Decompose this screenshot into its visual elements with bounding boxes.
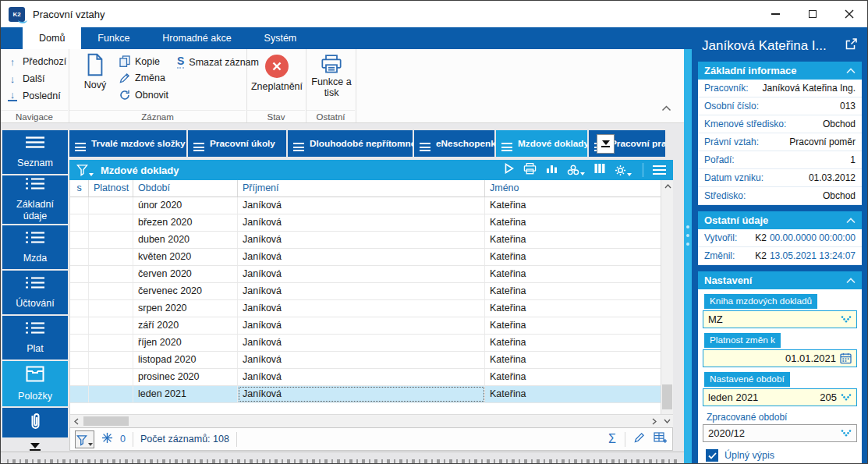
cell-obdobi[interactable]: únor 2020 [133, 197, 238, 214]
table-row[interactable]: leden 2021 Janíková Kateřina [70, 386, 673, 403]
freeze-button[interactable] [101, 432, 113, 447]
sidebar-item-zakladni-udaje[interactable]: Základní údaje [2, 175, 68, 224]
cell-s[interactable] [70, 335, 89, 351]
horizontal-scrollbar[interactable] [69, 414, 673, 427]
sum-button[interactable]: Σ [608, 433, 616, 445]
cell-prijmeni[interactable]: Janíková [238, 266, 485, 282]
column-header-jmeno[interactable]: Jméno [485, 180, 661, 197]
cell-s[interactable] [70, 197, 89, 214]
cell-obdobi[interactable]: březen 2020 [133, 214, 238, 231]
table-row[interactable]: prosinec 2020 Janíková Kateřina [70, 369, 673, 386]
vertical-scroll-thumb[interactable] [662, 384, 672, 409]
functions-print-button[interactable]: Funkce a tisk [308, 54, 355, 99]
cell-platnost[interactable] [89, 300, 133, 317]
maximize-button[interactable] [794, 1, 831, 27]
cell-obdobi[interactable]: červen 2020 [133, 266, 238, 282]
cell-platnost[interactable] [89, 283, 133, 299]
other-info-header[interactable]: Ostatní údaje [698, 211, 862, 229]
table-row[interactable]: květen 2020 Janíková Kateřina [70, 249, 673, 266]
chart-button[interactable] [546, 163, 558, 177]
cell-platnost[interactable] [89, 266, 133, 282]
cell-jmeno[interactable]: Kateřina [485, 352, 661, 368]
cell-obdobi[interactable]: duben 2020 [133, 232, 238, 248]
cell-prijmeni[interactable]: Janíková [238, 197, 485, 214]
add-table-button[interactable] [654, 432, 668, 447]
cell-s[interactable] [70, 249, 89, 265]
columns-button[interactable] [594, 163, 605, 177]
ribbon-tab-system[interactable]: Systém [248, 27, 314, 49]
close-button[interactable] [831, 1, 867, 27]
cell-platnost[interactable] [89, 249, 133, 265]
settings-button[interactable] [615, 165, 632, 176]
cell-obdobi[interactable]: listopad 2020 [133, 352, 238, 368]
table-row[interactable]: srpen 2020 Janíková Kateřina [70, 300, 673, 317]
panel-splitter[interactable] [684, 49, 692, 464]
period-field[interactable]: leden 2021 205 [703, 388, 857, 406]
table-row[interactable]: duben 2020 Janíková Kateřina [70, 232, 673, 249]
ribbon-tab-funkce[interactable]: Funkce [81, 27, 146, 49]
sidebar-item-polozky[interactable]: Položky [2, 361, 68, 406]
scroll-right-arrow[interactable] [648, 415, 661, 427]
cell-s[interactable] [70, 352, 89, 368]
refresh-button[interactable]: Obnovit [119, 90, 168, 101]
page-tab-mzdove-doklady[interactable]: Mzdové doklady [496, 130, 587, 157]
cell-jmeno[interactable]: Kateřina [485, 300, 661, 317]
filter-button[interactable] [75, 430, 94, 448]
cell-platnost[interactable] [89, 214, 133, 231]
sidebar-item-seznam[interactable]: Seznam [2, 130, 68, 174]
ribbon-tab-domu[interactable]: Domů [23, 27, 81, 49]
sidebar-item-mzda[interactable]: Mzda [2, 225, 68, 269]
book-field[interactable]: MZ [703, 310, 857, 328]
full-list-checkbox[interactable] [706, 449, 718, 462]
column-header-obdobi[interactable]: Období [133, 180, 238, 197]
dotted-dropdown-icon[interactable] [841, 316, 852, 323]
cell-jmeno[interactable]: Kateřina [485, 266, 661, 282]
ribbon-tab-hromadne-akce[interactable]: Hromadné akce [146, 27, 247, 49]
calendar-icon[interactable] [840, 352, 852, 364]
cell-prijmeni[interactable]: Janíková [238, 369, 485, 385]
related-data-button[interactable] [567, 165, 585, 175]
edit-button[interactable] [634, 432, 645, 446]
cell-obdobi[interactable]: červenec 2020 [133, 283, 238, 299]
scroll-left-arrow[interactable] [70, 415, 83, 427]
dotted-dropdown-icon[interactable] [841, 394, 852, 401]
cell-s[interactable] [70, 369, 89, 385]
cell-platnost[interactable] [89, 197, 133, 214]
settings-header[interactable]: Nastavení [698, 271, 862, 289]
filter-menu-button[interactable] [76, 164, 94, 176]
sidebar-item-attachments[interactable] [2, 408, 68, 437]
table-row[interactable]: červenec 2020 Janíková Kateřina [70, 283, 673, 300]
invalidate-button[interactable]: Zneplatnění [250, 55, 304, 92]
page-tab-eneschopenky[interactable]: eNeschopenky [414, 130, 494, 157]
next-button[interactable]: ↓Další [1, 70, 69, 87]
basic-info-header[interactable]: Základní informace [698, 62, 862, 80]
print-button[interactable] [523, 162, 537, 178]
sidebar-item-plat[interactable]: Plat [2, 316, 68, 360]
cell-jmeno[interactable]: Kateřina [485, 232, 661, 248]
sidebar-item-uctovani[interactable]: Účtování [2, 271, 68, 314]
cell-platnost[interactable] [89, 369, 133, 385]
table-row[interactable]: listopad 2020 Janíková Kateřina [70, 352, 673, 369]
cell-prijmeni[interactable]: Janíková [238, 249, 485, 265]
table-row[interactable]: březen 2020 Janíková Kateřina [70, 214, 673, 232]
cell-obdobi[interactable]: květen 2020 [133, 249, 238, 265]
validity-field[interactable]: 01.01.2021 [703, 349, 857, 367]
cell-s[interactable] [70, 300, 89, 317]
cell-s[interactable] [70, 386, 89, 402]
processed-field[interactable]: 2020/12 [703, 424, 857, 442]
cell-prijmeni[interactable]: Janíková [238, 386, 485, 402]
cell-jmeno[interactable]: Kateřina [485, 214, 661, 231]
column-header-s[interactable]: s [70, 180, 89, 197]
vertical-scrollbar[interactable] [661, 180, 673, 414]
change-button[interactable]: Změna [119, 73, 165, 83]
last-button[interactable]: ↓Poslední [1, 87, 69, 104]
cell-platnost[interactable] [89, 335, 133, 351]
cell-prijmeni[interactable]: Janíková [238, 214, 485, 231]
page-tab-trvale-mzdove-slozky[interactable]: Trvalé mzdové složky [69, 130, 186, 157]
cell-s[interactable] [70, 283, 89, 299]
cell-jmeno[interactable]: Kateřina [485, 386, 661, 402]
cell-obdobi[interactable]: prosinec 2020 [133, 369, 238, 385]
cell-obdobi[interactable]: září 2020 [133, 317, 238, 334]
cell-prijmeni[interactable]: Janíková [238, 335, 485, 351]
scroll-down-arrow[interactable] [661, 415, 673, 427]
